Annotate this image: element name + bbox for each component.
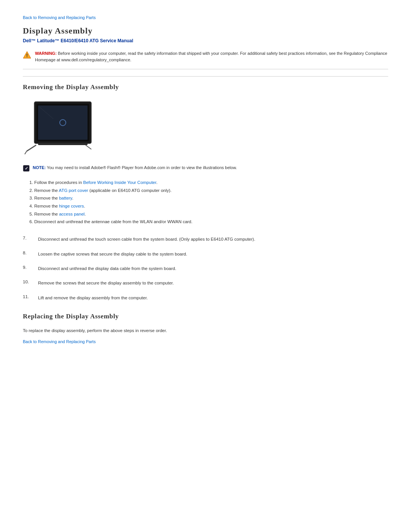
note-icon: ✓ [23,165,30,172]
svg-line-7 [25,151,27,154]
step-7-text: Disconnect and unthread the touch screen… [38,236,255,243]
initial-steps-list: Follow the procedures in Before Working … [34,179,388,226]
step-5: Remove the access panel. [34,210,388,218]
link-atg-port-cover[interactable]: ATG port cover [59,188,88,193]
link-before-working[interactable]: Before Working Inside Your Computer [83,180,156,185]
step-7-row: 7. Disconnect and unthread the touch scr… [23,236,388,243]
step-9-text: Disconnect and unthread the display data… [38,265,176,272]
replacing-section-title: Replacing the Display Assembly [23,313,388,320]
step-6: Disconnect and unthread the antennae cab… [34,218,388,226]
note-label: NOTE: [33,165,46,170]
replace-description: To replace the display assembly, perform… [23,327,388,334]
step-11-text: Lift and remove the display assembly fro… [38,294,148,301]
step-8-text: Loosen the captive screws that secure th… [38,251,187,257]
step-3: Remove the battery. [34,194,388,202]
back-link-top[interactable]: Back to Removing and Replacing Parts [23,15,388,20]
step-10-num: 10. [23,280,34,286]
divider-top [23,76,388,77]
svg-line-6 [27,145,36,151]
warning-icon: ! [23,51,31,59]
warning-text: WARNING: Before working inside your comp… [35,50,388,63]
step-11-row: 11. Lift and remove the display assembly… [23,294,388,301]
svg-rect-5 [38,143,88,145]
replacing-section: Replacing the Display Assembly To replac… [23,313,388,344]
step-8-num: 8. [23,251,34,257]
page-title: Display Assembly [23,26,388,36]
step-7-num: 7. [23,236,34,243]
step-10-row: 10. Remove the screws that secure the di… [23,280,388,286]
manual-title: Dell™ Latitude™ E6410/E6410 ATG Service … [23,38,388,43]
svg-line-8 [86,145,91,149]
display-image-container [23,98,388,157]
removing-section-title: Removing the Display Assembly [23,83,388,91]
back-link-bottom[interactable]: Back to Removing and Replacing Parts [23,339,388,344]
step-4: Remove the hinge covers. [34,202,388,210]
step-8-row: 8. Loosen the captive screws that secure… [23,251,388,257]
warning-box: ! WARNING: Before working inside your co… [23,50,388,69]
step-9-row: 9. Disconnect and unthread the display d… [23,265,388,272]
step-2: Remove the ATG port cover (applicable on… [34,187,388,195]
svg-text:!: ! [26,53,28,58]
display-assembly-image [23,98,99,157]
link-hinge-covers[interactable]: hinge covers [59,204,84,208]
warning-label: WARNING: [35,51,57,56]
step-11-num: 11. [23,294,34,301]
link-battery[interactable]: battery [59,196,72,200]
step-9-num: 9. [23,265,34,272]
svg-text:✓: ✓ [25,166,28,171]
warning-body: Before working inside your computer, rea… [35,51,387,62]
note-body: You may need to install Adobe® Flash® Pl… [47,165,237,170]
note-text: NOTE: You may need to install Adobe® Fla… [33,165,237,171]
step-10-text: Remove the screws that secure the displa… [38,280,174,286]
link-access-panel[interactable]: access panel [59,212,84,216]
note-box: ✓ NOTE: You may need to install Adobe® F… [23,165,388,172]
step-1: Follow the procedures in Before Working … [34,179,388,187]
svg-rect-4 [38,105,88,140]
